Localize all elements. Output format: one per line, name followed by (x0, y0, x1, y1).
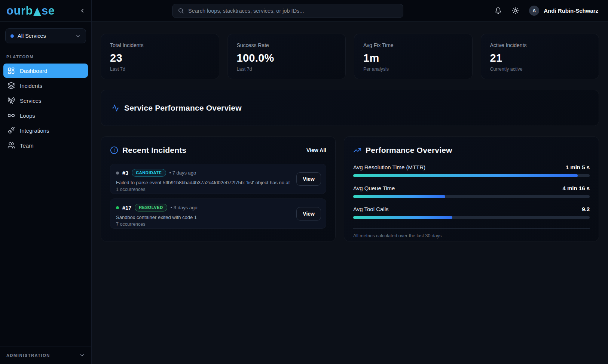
incident-row[interactable]: #17 RESOLVED • 3 days ago Sandbox contai… (110, 198, 326, 229)
administration-section-label: ADMINISTRATION (6, 353, 50, 358)
incident-id: #17 (122, 205, 131, 211)
incident-meta: #3 CANDIDATE • 7 days ago (116, 169, 320, 177)
radio-tower-icon (7, 97, 15, 104)
stat-label: Success Rate (237, 42, 337, 48)
theme-toggle-button[interactable] (512, 7, 519, 14)
sidebar-item-integrations[interactable]: Integrations (3, 123, 88, 138)
chevron-left-icon (79, 8, 85, 14)
incident-status-dot-icon (116, 206, 119, 209)
sun-icon (512, 7, 519, 14)
metric-value: 4 min 16 s (562, 185, 590, 191)
sidebar-item-label: Services (20, 98, 42, 104)
service-performance-card: Service Performance Overview (101, 90, 599, 126)
stat-value: 1m (363, 52, 463, 64)
performance-overview-title: Performance Overview (366, 146, 452, 155)
logo-row: ourbse (0, 0, 91, 22)
recent-incidents-header: Recent Incidents View All (110, 146, 326, 155)
incident-message: Sandbox container exited with code 1 (116, 215, 290, 220)
brand-logo[interactable]: ourbse (6, 5, 55, 16)
activity-icon (111, 104, 120, 112)
sidebar-item-team[interactable]: Team (3, 138, 88, 152)
incident-meta: #17 RESOLVED • 3 days ago (116, 204, 320, 212)
metric-row: Avg Tool Calls 9.2 (353, 206, 590, 212)
sidebar: ourbse All Services PLATFORM Dashboard I… (0, 0, 92, 364)
stat-subtext: Last 7d (110, 67, 210, 72)
user-name: Andi Rubin-Schwarz (544, 7, 598, 14)
view-incident-button[interactable]: View (296, 172, 321, 186)
sidebar-item-loops[interactable]: Loops (3, 108, 88, 123)
progress-track (353, 216, 590, 219)
incident-status-dot-icon (116, 172, 119, 175)
metric-row: Avg Resolution Time (MTTR) 1 min 5 s (353, 164, 590, 170)
progress-track (353, 195, 590, 198)
metric-label: Avg Queue Time (353, 185, 395, 191)
metric-queue-time: Avg Queue Time 4 min 16 s (353, 185, 590, 198)
global-search[interactable] (172, 4, 403, 18)
view-incident-button[interactable]: View (296, 207, 321, 220)
brand-logo-text-left: ourb (6, 5, 33, 16)
incident-time: • 7 days ago (169, 170, 196, 176)
service-filter-label: All Services (18, 33, 46, 39)
topbar: A Andi Rubin-Schwarz (92, 0, 608, 22)
metric-label: Avg Resolution Time (MTTR) (353, 164, 425, 170)
progress-fill (353, 174, 578, 177)
alert-circle-icon (110, 146, 118, 154)
plug-icon (7, 127, 15, 134)
layers-icon (7, 82, 15, 89)
chevron-down-icon (75, 33, 81, 39)
incident-occurrences: 7 occurrences (116, 222, 320, 227)
divider (353, 228, 590, 229)
stat-value: 100.0% (237, 52, 337, 64)
status-badge: CANDIDATE (132, 169, 166, 177)
view-all-link[interactable]: View All (306, 147, 326, 153)
stat-card-active-incidents: Active Incidents 21 Currently active (481, 34, 599, 79)
sidebar-item-services[interactable]: Services (3, 93, 88, 108)
sidebar-item-label: Incidents (20, 83, 42, 89)
stat-subtext: Last 7d (237, 67, 337, 72)
recent-incidents-card: Recent Incidents View All #3 CANDIDATE •… (101, 136, 336, 241)
main-content: Total Incidents 23 Last 7d Success Rate … (92, 22, 608, 364)
incident-message: Failed to parse event 5ffb91b8bbad4b37a2… (116, 180, 290, 185)
sidebar-item-dashboard[interactable]: Dashboard (3, 64, 88, 78)
metric-value: 1 min 5 s (566, 164, 590, 170)
infinity-icon (7, 112, 15, 119)
search-icon (178, 7, 184, 14)
incident-occurrences: 1 occurrences (116, 187, 320, 192)
stats-row: Total Incidents 23 Last 7d Success Rate … (101, 34, 599, 79)
metric-label: Avg Tool Calls (353, 206, 389, 212)
metric-mttr: Avg Resolution Time (MTTR) 1 min 5 s (353, 164, 590, 177)
status-badge: RESOLVED (135, 204, 167, 212)
dashboard-icon (7, 67, 15, 74)
search-input[interactable] (188, 8, 398, 14)
stat-subtext: Currently active (490, 67, 590, 72)
notifications-button[interactable] (495, 7, 502, 14)
sidebar-collapse-button[interactable] (79, 8, 85, 14)
sidebar-item-incidents[interactable]: Incidents (3, 78, 88, 93)
service-performance-title: Service Performance Overview (124, 104, 242, 112)
incident-row[interactable]: #3 CANDIDATE • 7 days ago Failed to pars… (110, 164, 326, 194)
sidebar-item-label: Dashboard (20, 68, 47, 74)
performance-overview-card: Performance Overview Avg Resolution Time… (344, 136, 599, 241)
platform-section-label: PLATFORM (6, 55, 85, 59)
stat-subtext: Per analysis (363, 67, 463, 72)
sidebar-item-label: Loops (20, 112, 35, 119)
stat-card-avg-fix-time: Avg Fix Time 1m Per analysis (354, 34, 473, 79)
progress-fill (353, 195, 445, 198)
users-icon (7, 142, 15, 149)
stat-card-success-rate: Success Rate 100.0% Last 7d (227, 34, 346, 79)
sidebar-item-label: Team (20, 142, 34, 149)
bell-icon (495, 7, 502, 14)
stat-value: 21 (490, 52, 590, 64)
stat-label: Active Incidents (490, 42, 590, 48)
trending-up-icon (353, 146, 361, 154)
sidebar-section-administration[interactable]: ADMINISTRATION (0, 346, 91, 364)
service-filter-dropdown[interactable]: All Services (5, 28, 86, 43)
dashboard-columns: Recent Incidents View All #3 CANDIDATE •… (101, 136, 599, 241)
topbar-actions: A Andi Rubin-Schwarz (495, 6, 598, 16)
metric-value: 9.2 (582, 206, 590, 212)
progress-track (353, 174, 590, 177)
brand-triangle-icon (33, 7, 41, 16)
user-menu[interactable]: A Andi Rubin-Schwarz (529, 6, 598, 16)
metrics-footnote: All metrics calculated over the last 30 … (353, 233, 590, 238)
sidebar-nav: Dashboard Incidents Services Loops Integ… (0, 64, 91, 152)
